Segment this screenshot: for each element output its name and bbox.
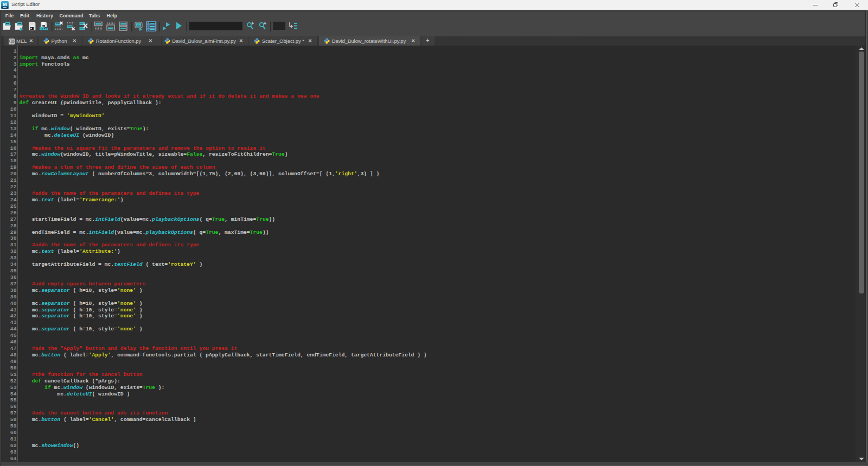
svg-text:M: M	[3, 2, 7, 7]
